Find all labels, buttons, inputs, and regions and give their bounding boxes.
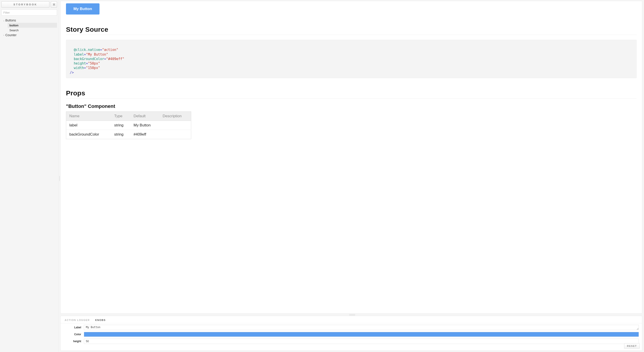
th-type: Type xyxy=(111,111,130,121)
addons-panel: ACTION LOGGER KNOBS LabelColorheight RES… xyxy=(60,316,642,351)
tree-group-buttons: ⌄ Buttons button Search xyxy=(1,18,57,33)
story-source-heading: Story Source xyxy=(66,26,636,33)
filter-input[interactable] xyxy=(1,9,57,16)
tree-group-counter: › Counter xyxy=(1,33,57,37)
knobs-form: LabelColorheight xyxy=(60,323,642,351)
reset-button[interactable]: RESET xyxy=(624,343,640,349)
knob-label: Label xyxy=(64,326,84,329)
addon-tabs: ACTION LOGGER KNOBS xyxy=(60,316,642,323)
table-cell: backGroundColor xyxy=(66,130,111,139)
tree-leaf-button[interactable]: button xyxy=(8,23,57,28)
table-cell: string xyxy=(111,130,130,139)
component-subheading: "Button" Component xyxy=(66,103,636,109)
sidebar: STORYBOOK ⌘ ⌄ Buttons button Search › Co… xyxy=(0,0,58,352)
tree-group-label: Counter xyxy=(5,33,16,37)
tab-knobs[interactable]: KNOBS xyxy=(95,319,106,321)
props-table: Name Type Default Description labelstrin… xyxy=(66,111,191,139)
table-header-row: Name Type Default Description xyxy=(66,111,191,121)
chevron-down-icon: ⌄ xyxy=(2,19,5,22)
storybook-title-button[interactable]: STORYBOOK xyxy=(1,1,50,7)
knob-text-input[interactable] xyxy=(84,339,639,344)
story-tree: ⌄ Buttons button Search › Counter xyxy=(1,18,57,37)
knob-color-swatch[interactable] xyxy=(84,332,639,337)
shortcuts-button[interactable]: ⌘ xyxy=(51,1,57,7)
preview-panel: My Button Story Source @click.native="ac… xyxy=(60,1,642,314)
tree-group-label: Buttons xyxy=(5,18,16,22)
knob-label: Color xyxy=(64,333,84,336)
divider xyxy=(66,98,636,99)
table-cell: string xyxy=(111,121,130,130)
table-cell: My Button xyxy=(130,121,160,130)
tab-action-logger[interactable]: ACTION LOGGER xyxy=(64,319,90,321)
command-icon: ⌘ xyxy=(52,3,56,6)
knob-row: height xyxy=(64,339,639,344)
table-row: labelstringMy Button xyxy=(66,121,191,130)
knob-row: Color xyxy=(64,332,639,337)
tree-group-counter-toggle[interactable]: › Counter xyxy=(1,33,57,37)
sidebar-header: STORYBOOK ⌘ xyxy=(1,1,57,7)
divider xyxy=(66,35,636,35)
th-default: Default xyxy=(130,111,160,121)
knob-label: height xyxy=(64,340,84,343)
demo-button[interactable]: My Button xyxy=(66,3,100,14)
th-description: Description xyxy=(160,111,191,121)
props-heading: Props xyxy=(66,89,636,97)
addons-resize-handle[interactable] xyxy=(60,314,644,316)
tree-leaf-search[interactable]: Search xyxy=(8,28,57,33)
chevron-right-icon: › xyxy=(2,34,5,36)
main-column: My Button Story Source @click.native="ac… xyxy=(60,0,644,352)
table-row: backGroundColorstring#409eff xyxy=(66,130,191,139)
table-cell xyxy=(160,130,191,139)
tree-group-buttons-toggle[interactable]: ⌄ Buttons xyxy=(1,18,57,23)
tree-group-buttons-children: button Search xyxy=(1,23,57,33)
sidebar-resize-handle[interactable] xyxy=(58,0,60,352)
story-source-code[interactable]: @click.native="action" label="My Button"… xyxy=(66,40,636,78)
knob-row: Label xyxy=(64,325,639,330)
th-name: Name xyxy=(66,111,111,121)
table-cell xyxy=(160,121,191,130)
knob-textarea[interactable] xyxy=(84,325,639,330)
table-cell: label xyxy=(66,121,111,130)
table-cell: #409eff xyxy=(130,130,160,139)
